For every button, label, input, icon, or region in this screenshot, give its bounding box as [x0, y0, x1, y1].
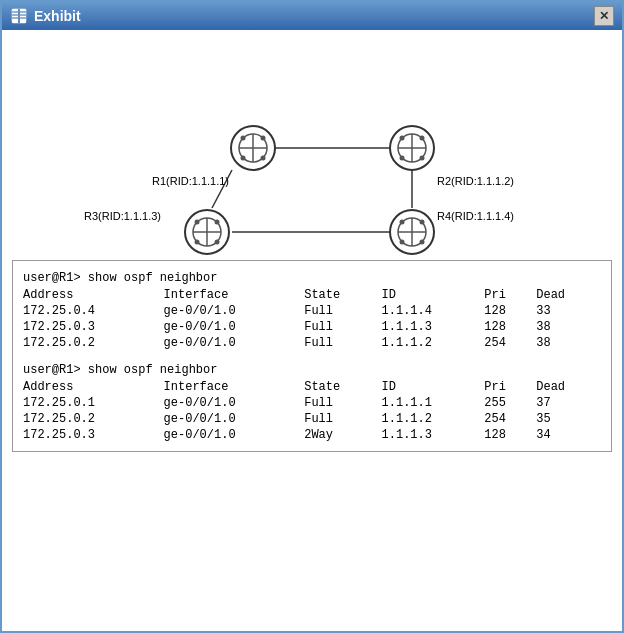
exhibit-icon — [10, 7, 28, 25]
command-1: user@R1> show ospf neighbor — [23, 271, 601, 285]
close-button[interactable]: ✕ — [594, 6, 614, 26]
diagram-svg: R1(RID:1.1.1.1) R2(RID:1.1.1.2) — [12, 40, 612, 260]
table-cell: ge-0/0/1.0 — [164, 335, 305, 351]
table-cell: ge-0/0/1.0 — [164, 395, 305, 411]
table-cell: 1.1.1.1 — [382, 395, 485, 411]
svg-point-23 — [420, 156, 425, 161]
table-row: 172.25.0.1ge-0/0/1.0Full1.1.1.125537 — [23, 395, 601, 411]
table-cell: 172.25.0.2 — [23, 335, 164, 351]
window-title: Exhibit — [34, 8, 81, 24]
table-cell: 128 — [484, 303, 536, 319]
table-cell: Full — [304, 411, 381, 427]
table-row: 172.25.0.4ge-0/0/1.0Full1.1.1.412833 — [23, 303, 601, 319]
router-r2: R2(RID:1.1.1.2) — [390, 126, 514, 187]
table-cell: 254 — [484, 335, 536, 351]
svg-point-39 — [420, 240, 425, 245]
col-id-2: ID — [382, 379, 485, 395]
table-cell: 38 — [536, 319, 601, 335]
title-bar-left: Exhibit — [10, 7, 81, 25]
col-interface-1: Interface — [164, 287, 305, 303]
table-header-row-1: Address Interface State ID Pri Dead — [23, 287, 601, 303]
table-cell: 34 — [536, 427, 601, 443]
svg-point-21 — [420, 136, 425, 141]
svg-point-38 — [400, 240, 405, 245]
window-content: R1(RID:1.1.1.1) R2(RID:1.1.1.2) — [2, 30, 622, 631]
r3-label: R3(RID:1.1.1.3) — [84, 210, 161, 222]
table-cell: ge-0/0/1.0 — [164, 411, 305, 427]
svg-point-36 — [400, 220, 405, 225]
table-row: 172.25.0.3ge-0/0/1.0Full1.1.1.312838 — [23, 319, 601, 335]
table-row: 172.25.0.3ge-0/0/1.02Way1.1.1.312834 — [23, 427, 601, 443]
table-cell: 1.1.1.2 — [382, 335, 485, 351]
svg-point-15 — [261, 156, 266, 161]
table-cell: 172.25.0.1 — [23, 395, 164, 411]
table-cell: ge-0/0/1.0 — [164, 319, 305, 335]
col-state-1: State — [304, 287, 381, 303]
table-header-row-2: Address Interface State ID Pri Dead — [23, 379, 601, 395]
table-cell: 38 — [536, 335, 601, 351]
table-cell: 35 — [536, 411, 601, 427]
table-cell: 1.1.1.2 — [382, 411, 485, 427]
col-pri-1: Pri — [484, 287, 536, 303]
svg-point-12 — [241, 136, 246, 141]
r1-label: R1(RID:1.1.1.1) — [152, 175, 229, 187]
table-cell: 1.1.1.4 — [382, 303, 485, 319]
table-row: 172.25.0.2ge-0/0/1.0Full1.1.1.225435 — [23, 411, 601, 427]
svg-point-37 — [420, 220, 425, 225]
ospf-table-1: Address Interface State ID Pri Dead 172.… — [23, 287, 601, 351]
router-r3: R3(RID:1.1.1.3) — [84, 210, 229, 254]
svg-point-13 — [261, 136, 266, 141]
table-cell: Full — [304, 395, 381, 411]
table-cell: Full — [304, 319, 381, 335]
network-diagram: R1(RID:1.1.1.1) R2(RID:1.1.1.2) — [12, 40, 612, 260]
svg-point-30 — [195, 240, 200, 245]
svg-point-31 — [215, 240, 220, 245]
r4-label: R4(RID:1.1.1.4) — [437, 210, 514, 222]
title-bar: Exhibit ✕ — [2, 2, 622, 30]
col-state-2: State — [304, 379, 381, 395]
command-2: user@R1> show ospf neighbor — [23, 363, 601, 377]
col-interface-2: Interface — [164, 379, 305, 395]
table-row: 172.25.0.2ge-0/0/1.0Full1.1.1.225438 — [23, 335, 601, 351]
table-cell: 1.1.1.3 — [382, 427, 485, 443]
table-cell: ge-0/0/1.0 — [164, 303, 305, 319]
r2-label: R2(RID:1.1.1.2) — [437, 175, 514, 187]
table-cell: Full — [304, 303, 381, 319]
col-pri-2: Pri — [484, 379, 536, 395]
col-address-1: Address — [23, 287, 164, 303]
svg-point-28 — [195, 220, 200, 225]
col-dead-1: Dead — [536, 287, 601, 303]
svg-point-20 — [400, 136, 405, 141]
ospf-table-2: Address Interface State ID Pri Dead 172.… — [23, 379, 601, 443]
table-cell: 37 — [536, 395, 601, 411]
router-r1: R1(RID:1.1.1.1) — [152, 126, 275, 187]
table-cell: 254 — [484, 411, 536, 427]
table-cell: 33 — [536, 303, 601, 319]
table-cell: 2Way — [304, 427, 381, 443]
table-cell: 1.1.1.3 — [382, 319, 485, 335]
svg-point-14 — [241, 156, 246, 161]
col-address-2: Address — [23, 379, 164, 395]
ospf-tables: user@R1> show ospf neighbor Address Inte… — [12, 260, 612, 452]
col-id-1: ID — [382, 287, 485, 303]
table-cell: 128 — [484, 427, 536, 443]
table-cell: 128 — [484, 319, 536, 335]
col-dead-2: Dead — [536, 379, 601, 395]
svg-point-29 — [215, 220, 220, 225]
table-cell: 172.25.0.3 — [23, 319, 164, 335]
table-cell: 255 — [484, 395, 536, 411]
table-cell: 172.25.0.3 — [23, 427, 164, 443]
exhibit-window: Exhibit ✕ — [0, 0, 624, 633]
svg-point-22 — [400, 156, 405, 161]
table-cell: Full — [304, 335, 381, 351]
router-r4: R4(RID:1.1.1.4) — [390, 210, 514, 254]
table-cell: 172.25.0.4 — [23, 303, 164, 319]
table-cell: 172.25.0.2 — [23, 411, 164, 427]
table-cell: ge-0/0/1.0 — [164, 427, 305, 443]
